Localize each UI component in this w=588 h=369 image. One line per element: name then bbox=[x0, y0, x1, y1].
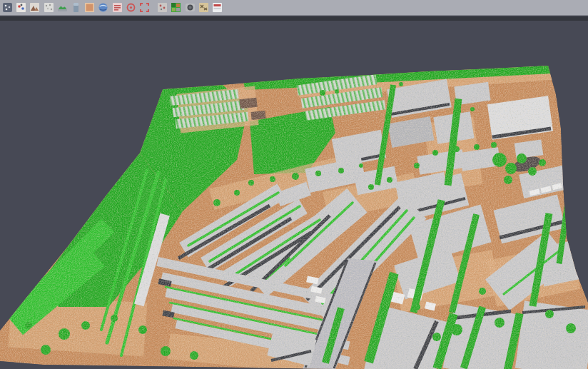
sparse-points-icon bbox=[44, 2, 54, 13]
point-cloud-icon bbox=[2, 2, 13, 13]
toolbar bbox=[0, 0, 588, 16]
terrain-icon bbox=[29, 2, 40, 13]
toolbar-button-keypoints[interactable] bbox=[15, 1, 28, 14]
toolbar-button-camera[interactable] bbox=[183, 1, 196, 14]
keypoints-icon bbox=[16, 2, 26, 13]
toolbar-button-globe[interactable] bbox=[97, 1, 110, 14]
report-icon bbox=[112, 2, 123, 13]
viewport-3d[interactable] bbox=[0, 21, 588, 369]
toolbar-separator bbox=[151, 1, 156, 14]
tiles-icon bbox=[198, 2, 209, 13]
toolbar-button-report[interactable] bbox=[111, 1, 123, 14]
filter-icon bbox=[157, 2, 168, 13]
camera-icon bbox=[185, 2, 196, 13]
point-cloud-scene bbox=[0, 21, 588, 369]
legend-icon bbox=[212, 2, 223, 13]
toolbar-button-terrain[interactable] bbox=[29, 1, 41, 14]
toolbar-button-dem[interactable] bbox=[56, 1, 69, 14]
toolbar-button-point-cloud[interactable] bbox=[1, 1, 14, 14]
dem-icon bbox=[57, 2, 68, 13]
target-icon bbox=[126, 2, 136, 13]
classification-icon bbox=[171, 2, 181, 13]
toolbar-button-sparse-points[interactable] bbox=[42, 1, 55, 14]
globe-icon bbox=[98, 2, 108, 13]
profile-icon bbox=[71, 2, 81, 13]
toolbar-button-target[interactable] bbox=[124, 1, 137, 14]
toolbar-button-legend[interactable] bbox=[211, 1, 223, 14]
application-window bbox=[0, 0, 588, 369]
toolbar-button-orthophoto[interactable] bbox=[83, 1, 96, 14]
toolbar-button-tiles[interactable] bbox=[197, 1, 210, 14]
selection-icon bbox=[139, 2, 150, 13]
toolbar-button-selection[interactable] bbox=[138, 1, 151, 14]
toolbar-button-classification[interactable] bbox=[170, 1, 183, 14]
toolbar-button-profile[interactable] bbox=[70, 1, 83, 14]
toolbar-button-filter[interactable] bbox=[156, 1, 169, 14]
orthophoto-icon bbox=[84, 2, 95, 13]
